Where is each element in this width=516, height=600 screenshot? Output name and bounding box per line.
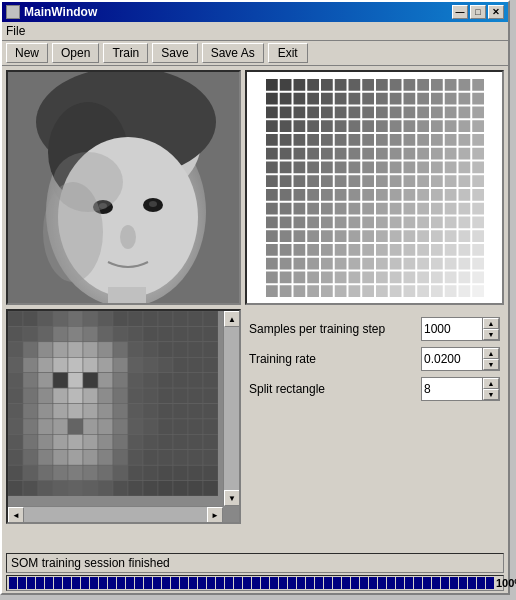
progress-segment (441, 577, 449, 589)
som-grid-panel (245, 70, 504, 305)
progress-segment (81, 577, 89, 589)
controls-panel: Samples per training step ▲ ▼ Training r… (245, 309, 504, 529)
progress-segment (144, 577, 152, 589)
maximize-button[interactable]: □ (470, 5, 486, 19)
progress-segment (135, 577, 143, 589)
top-section (6, 70, 504, 305)
training-rate-spinner-buttons: ▲ ▼ (482, 348, 499, 370)
progress-segment (9, 577, 17, 589)
progress-bar-container: 100% (6, 575, 504, 591)
training-rate-spin-up[interactable]: ▲ (483, 348, 499, 359)
new-button[interactable]: New (6, 43, 48, 63)
progress-segment (360, 577, 368, 589)
progress-bar (7, 577, 496, 589)
svg-point-13 (53, 152, 123, 212)
open-button[interactable]: Open (52, 43, 99, 63)
progress-segment (198, 577, 206, 589)
scroll-up-button[interactable]: ▲ (224, 311, 240, 327)
progress-segment (315, 577, 323, 589)
scroll-track-h (24, 507, 207, 522)
samples-spin-down[interactable]: ▼ (483, 329, 499, 340)
menu-bar[interactable]: File (2, 22, 508, 41)
progress-segment (27, 577, 35, 589)
progress-segment (486, 577, 494, 589)
svg-point-9 (149, 201, 157, 207)
progress-segment (45, 577, 53, 589)
progress-segment (468, 577, 476, 589)
title-controls: — □ ✕ (452, 5, 504, 19)
progress-segment (207, 577, 215, 589)
progress-segment (216, 577, 224, 589)
progress-segment (405, 577, 413, 589)
vertical-scrollbar[interactable]: ▲ ▼ (223, 311, 239, 506)
progress-segment (279, 577, 287, 589)
scroll-right-button[interactable]: ► (207, 507, 223, 523)
progress-segment (396, 577, 404, 589)
som-grid-canvas (265, 78, 485, 298)
progress-segment (117, 577, 125, 589)
scroll-track-v (224, 327, 239, 490)
split-rect-spinner[interactable]: ▲ ▼ (421, 377, 500, 401)
samples-input[interactable] (422, 318, 482, 340)
exit-button[interactable]: Exit (268, 43, 308, 63)
horizontal-scrollbar[interactable]: ◄ ► (8, 506, 223, 522)
training-rate-spin-down[interactable]: ▼ (483, 359, 499, 370)
progress-segment (414, 577, 422, 589)
split-rect-input[interactable] (422, 378, 482, 400)
save-as-button[interactable]: Save As (202, 43, 264, 63)
main-content: ▲ ▼ ◄ ► Samples per training step (2, 66, 508, 533)
progress-segment (180, 577, 188, 589)
training-rate-spinner[interactable]: ▲ ▼ (421, 347, 500, 371)
progress-segment (36, 577, 44, 589)
progress-segment (297, 577, 305, 589)
progress-segment (387, 577, 395, 589)
progress-segment (72, 577, 80, 589)
close-button[interactable]: ✕ (488, 5, 504, 19)
progress-segment (252, 577, 260, 589)
progress-segment (189, 577, 197, 589)
save-button[interactable]: Save (152, 43, 197, 63)
samples-spin-up[interactable]: ▲ (483, 318, 499, 329)
scroll-left-button[interactable]: ◄ (8, 507, 24, 523)
samples-label: Samples per training step (249, 322, 417, 336)
progress-segment (333, 577, 341, 589)
progress-segment (99, 577, 107, 589)
progress-segment (63, 577, 71, 589)
train-button[interactable]: Train (103, 43, 148, 63)
svg-rect-11 (108, 287, 146, 305)
split-rect-control-row: Split rectangle ▲ ▼ (249, 377, 500, 401)
scroll-down-button[interactable]: ▼ (224, 490, 240, 506)
progress-segment (261, 577, 269, 589)
training-rate-label: Training rate (249, 352, 417, 366)
progress-segment (378, 577, 386, 589)
progress-segment (153, 577, 161, 589)
split-rect-spin-down[interactable]: ▼ (483, 389, 499, 400)
progress-segment (324, 577, 332, 589)
window-title: MainWindow (24, 5, 97, 19)
split-rect-spin-up[interactable]: ▲ (483, 378, 499, 389)
split-rect-label: Split rectangle (249, 382, 417, 396)
minimize-button[interactable]: — (452, 5, 468, 19)
progress-segment (477, 577, 485, 589)
progress-segment (54, 577, 62, 589)
progress-segment (351, 577, 359, 589)
progress-segment (108, 577, 116, 589)
training-rate-input[interactable] (422, 348, 482, 370)
samples-spinner[interactable]: ▲ ▼ (421, 317, 500, 341)
file-menu[interactable]: File (6, 24, 25, 38)
progress-segment (90, 577, 98, 589)
progress-segment (234, 577, 242, 589)
progress-segment (270, 577, 278, 589)
toolbar: New Open Train Save Save As Exit (2, 41, 508, 66)
progress-segment (432, 577, 440, 589)
progress-segment (342, 577, 350, 589)
progress-segment (423, 577, 431, 589)
progress-segment (126, 577, 134, 589)
title-bar: MainWindow — □ ✕ (2, 2, 508, 22)
bottom-section: ▲ ▼ ◄ ► Samples per training step (6, 309, 504, 529)
split-rect-spinner-buttons: ▲ ▼ (482, 378, 499, 400)
title-bar-left: MainWindow (6, 5, 97, 19)
progress-segment (18, 577, 26, 589)
pixelated-face-canvas (8, 311, 218, 496)
progress-segment (243, 577, 251, 589)
